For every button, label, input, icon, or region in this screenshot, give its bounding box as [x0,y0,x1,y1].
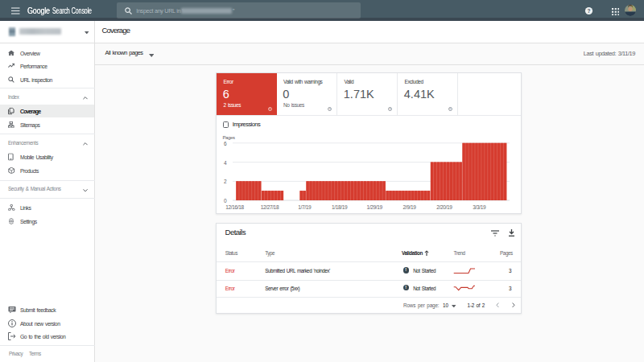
svg-text:1/18/19: 1/18/19 [332,204,348,210]
svg-text:4: 4 [224,160,227,166]
svg-text:2: 2 [224,179,227,184]
svg-text:2/9/19: 2/9/19 [403,204,417,210]
svg-text:1/29/19: 1/29/19 [366,204,382,210]
svg-text:?: ? [588,8,591,14]
svg-text:6: 6 [224,141,227,146]
svg-text:3/3/19: 3/3/19 [473,204,486,210]
svg-text:2/20/19: 2/20/19 [436,204,452,210]
svg-text:12/16/18: 12/16/18 [225,204,244,210]
svg-text:0: 0 [224,198,227,204]
svg-text:1/7/19: 1/7/19 [298,204,312,210]
svg-text:12/27/18: 12/27/18 [261,204,279,210]
